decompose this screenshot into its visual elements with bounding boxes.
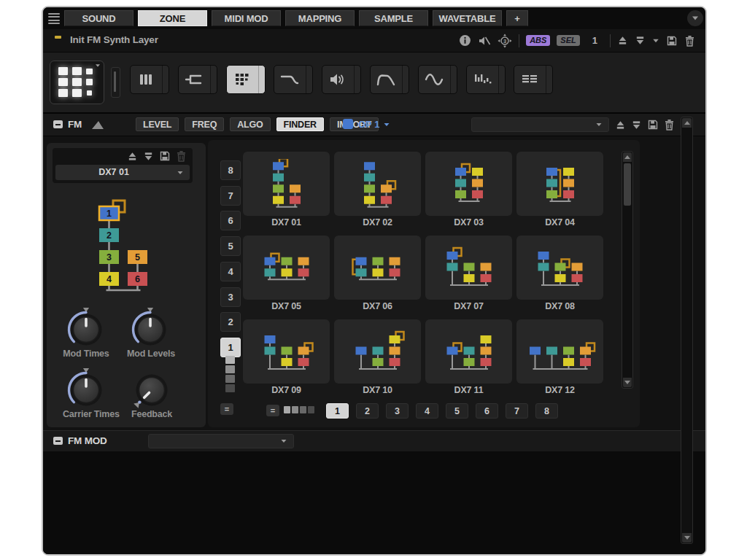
previous-program-icon[interactable] [617, 35, 628, 46]
tab-sound[interactable]: SOUND [64, 10, 133, 26]
algorithm-cell-dx7-05[interactable] [243, 236, 330, 300]
program-menu-icon[interactable] [653, 39, 659, 42]
keyboard-button[interactable] [130, 65, 169, 94]
mod-matrix-button[interactable] [514, 65, 553, 94]
collapse-window-button[interactable] [687, 10, 703, 26]
page-button-1[interactable]: 1 [326, 403, 349, 419]
amplifier-button[interactable] [322, 65, 361, 94]
info-icon[interactable] [459, 34, 471, 47]
previous-algorithm-icon[interactable] [127, 151, 138, 162]
fm-tab-level[interactable]: LEVEL [136, 117, 179, 131]
button-strip[interactable] [498, 66, 505, 93]
op-color-swatch[interactable] [343, 119, 353, 129]
algorithm-preset-dropdown[interactable]: DX7 01 [55, 165, 190, 180]
page-fit-button[interactable]: = [266, 405, 279, 416]
scroll-up-button[interactable] [682, 118, 692, 128]
row-fit-button[interactable]: = [220, 403, 233, 415]
locator-3-icon[interactable]: 3 [498, 34, 512, 48]
fm-tab-algo[interactable]: ALGO [230, 117, 270, 131]
previous-preset-icon[interactable] [615, 120, 626, 131]
row-button-5[interactable]: 5 [220, 236, 241, 256]
scroll-down-button[interactable] [682, 533, 692, 542]
algorithm-cell-dx7-08[interactable] [516, 236, 603, 300]
row-button-4[interactable]: 4 [220, 262, 241, 281]
page-button-6[interactable]: 6 [476, 403, 498, 419]
mute-icon[interactable] [478, 35, 491, 47]
row-button-1[interactable]: 1 [220, 338, 241, 357]
row-zoom-icon[interactable] [225, 356, 235, 394]
page-button-2[interactable]: 2 [356, 403, 379, 419]
algorithm-cell-dx7-11[interactable] [425, 319, 512, 384]
tab-zone[interactable]: ZONE [138, 10, 207, 26]
page-button-3[interactable]: 3 [386, 403, 409, 419]
mod-levels-knob[interactable]: Mod Levels [127, 308, 174, 359]
page-button-4[interactable]: 4 [416, 403, 438, 419]
tab-midi-mod[interactable]: MIDI MOD [212, 10, 281, 26]
button-strip[interactable] [162, 66, 169, 93]
algorithm-cell-dx7-01[interactable] [243, 152, 330, 216]
tuning-fork-button[interactable] [178, 65, 217, 94]
save-icon[interactable] [647, 119, 659, 131]
button-strip[interactable] [354, 66, 360, 93]
algorithm-cell-dx7-04[interactable] [516, 152, 603, 216]
sel-badge[interactable]: SEL [557, 35, 579, 46]
page-button-5[interactable]: 5 [446, 403, 468, 419]
row-button-2[interactable]: 2 [220, 312, 241, 332]
button-strip[interactable] [402, 66, 409, 93]
op-selector[interactable]: OP 1 [358, 119, 390, 130]
row-button-3[interactable]: 3 [220, 287, 241, 307]
tab-mapping[interactable]: MAPPING [285, 10, 355, 26]
lfo-button[interactable] [418, 65, 457, 94]
save-icon[interactable] [159, 150, 171, 162]
abs-badge[interactable]: ABS [526, 35, 550, 46]
scroll-up-button[interactable] [623, 152, 632, 162]
page-zoom-icon[interactable] [284, 406, 314, 413]
fm-preset-dropdown[interactable] [471, 117, 609, 132]
scroll-thumb[interactable] [624, 163, 631, 206]
trash-icon[interactable] [176, 150, 187, 162]
tab-wavetable[interactable]: WAVETABLE [433, 10, 502, 26]
filter-button[interactable] [274, 65, 313, 94]
button-strip[interactable] [306, 66, 312, 93]
button-strip[interactable] [450, 66, 457, 93]
tab-sample[interactable]: SAMPLE [359, 10, 428, 26]
zone-type-fm-button[interactable] [50, 61, 104, 104]
algorithm-cell-dx7-10[interactable] [334, 319, 421, 384]
algorithm-cell-dx7-06[interactable] [334, 236, 421, 300]
carrier-times-knob[interactable]: Carrier Times [63, 368, 109, 419]
fm-tab-finder[interactable]: FINDER [276, 117, 324, 131]
algorithm-diagram[interactable]: 123456 [53, 186, 193, 297]
row-button-8[interactable]: 8 [220, 160, 241, 180]
fm-mod-preset-dropdown[interactable] [148, 434, 294, 448]
menu-icon[interactable] [47, 11, 61, 24]
button-strip[interactable] [546, 66, 552, 93]
step-modulator-button[interactable] [466, 65, 506, 94]
grid-scrollbar[interactable] [622, 151, 633, 389]
mod-times-knob[interactable]: Mod Times [63, 308, 109, 359]
page-button-8[interactable]: 8 [535, 403, 558, 419]
next-program-icon[interactable] [635, 35, 646, 46]
algorithm-cell-dx7-03[interactable] [425, 152, 512, 216]
scroll-down-button[interactable] [623, 378, 632, 387]
algorithm-cell-dx7-07[interactable] [425, 236, 512, 300]
collapsed-module-strip[interactable] [111, 67, 120, 98]
collapse-section-icon[interactable] [53, 437, 63, 445]
add-tab-button[interactable]: + [506, 10, 528, 26]
next-algorithm-icon[interactable] [143, 151, 154, 162]
algorithm-cell-dx7-12[interactable] [516, 319, 603, 384]
page-button-7[interactable]: 7 [506, 403, 528, 419]
button-strip[interactable] [210, 66, 217, 93]
feedback-knob[interactable]: Feedback [128, 368, 175, 419]
algorithm-cell-dx7-09[interactable] [243, 319, 330, 384]
row-button-6[interactable]: 6 [220, 211, 241, 230]
next-preset-icon[interactable] [631, 120, 642, 131]
algorithm-cell-dx7-02[interactable] [334, 152, 421, 216]
trash-icon[interactable] [664, 119, 675, 131]
fm-tab-freq[interactable]: FREQ [185, 117, 224, 131]
row-button-7[interactable]: 7 [220, 186, 241, 206]
main-scrollbar[interactable] [681, 117, 693, 544]
fm-grid-button[interactable] [226, 65, 266, 94]
collapse-section-icon[interactable] [53, 120, 63, 128]
button-strip[interactable] [258, 66, 265, 93]
save-icon[interactable] [666, 35, 678, 47]
